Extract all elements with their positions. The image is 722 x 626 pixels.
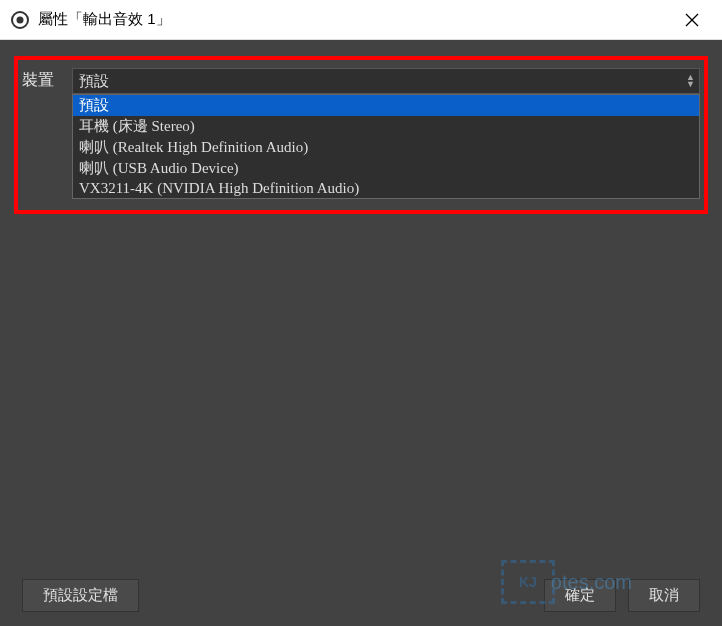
properties-panel: 裝置 預設 ▲▼ 預設 耳機 (床邊 Stereo) 喇叭 (Realtek H… xyxy=(0,40,722,227)
svg-point-1 xyxy=(17,16,24,23)
device-select-value: 預設 xyxy=(79,72,109,91)
content-area: 裝置 預設 ▲▼ 預設 耳機 (床邊 Stereo) 喇叭 (Realtek H… xyxy=(0,40,722,626)
window-title: 屬性「輸出音效 1」 xyxy=(38,10,672,29)
device-select[interactable]: 預設 ▲▼ xyxy=(72,68,700,94)
select-arrows-icon: ▲▼ xyxy=(686,74,695,88)
ok-button[interactable]: 確定 xyxy=(544,579,616,612)
device-row: 裝置 預設 ▲▼ 預設 耳機 (床邊 Stereo) 喇叭 (Realtek H… xyxy=(22,68,700,199)
app-icon xyxy=(10,10,30,30)
footer: 預設設定檔 確定 取消 xyxy=(22,579,700,612)
titlebar: 屬性「輸出音效 1」 xyxy=(0,0,722,40)
device-option[interactable]: 喇叭 (Realtek High Definition Audio) xyxy=(73,137,699,158)
close-button[interactable] xyxy=(672,0,712,40)
device-option[interactable]: VX3211-4K (NVIDIA High Definition Audio) xyxy=(73,179,699,198)
device-option[interactable]: 喇叭 (USB Audio Device) xyxy=(73,158,699,179)
preset-button[interactable]: 預設設定檔 xyxy=(22,579,139,612)
device-field: 預設 ▲▼ 預設 耳機 (床邊 Stereo) 喇叭 (Realtek High… xyxy=(72,68,700,199)
device-option[interactable]: 預設 xyxy=(73,95,699,116)
device-label: 裝置 xyxy=(22,68,72,91)
device-dropdown: 預設 耳機 (床邊 Stereo) 喇叭 (Realtek High Defin… xyxy=(72,94,700,199)
cancel-button[interactable]: 取消 xyxy=(628,579,700,612)
device-option[interactable]: 耳機 (床邊 Stereo) xyxy=(73,116,699,137)
